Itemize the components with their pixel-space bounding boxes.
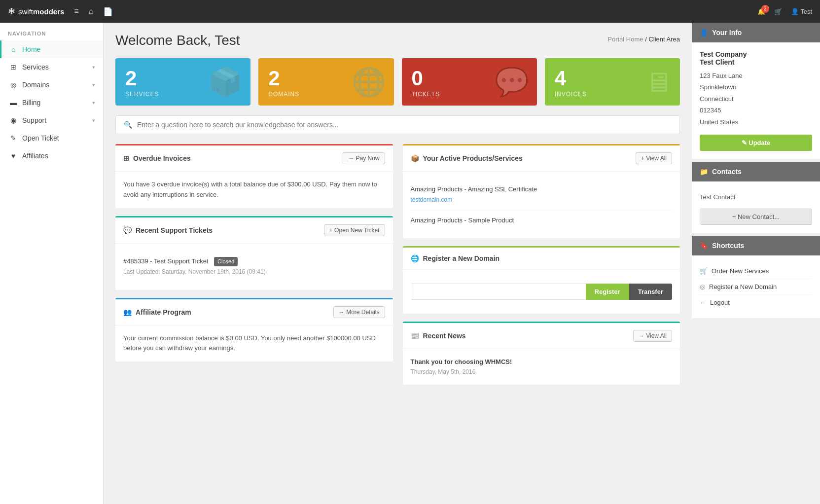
search-icon: 🔍 (124, 121, 132, 129)
address-line5: United States (700, 116, 812, 128)
address-line3: Connecticut (700, 93, 812, 105)
support-title: 💬 Recent Support Tickets (123, 226, 213, 234)
view-all-products-button[interactable]: + View All (636, 152, 672, 164)
cart-icon[interactable]: 🛒 (774, 8, 782, 15)
right-sidebar: 👤 Your Info Test Company Test Client 123… (692, 23, 820, 504)
page-title: Welcome Back, Test (115, 33, 240, 48)
sidebar-label-support: Support (22, 116, 46, 124)
domain-title: 🌐 Register a New Domain (411, 254, 500, 262)
sidebar-item-affiliates[interactable]: ♥ Affiliates (0, 147, 103, 165)
breadcrumb: Portal Home / Client Area (607, 36, 680, 43)
pay-now-button[interactable]: → Pay Now (343, 152, 385, 164)
panel-products-header: 📦 Your Active Products/Services + View A… (403, 145, 680, 172)
service-link-1[interactable]: testdomain.com (411, 196, 453, 203)
contacts-body: Test Contact + New Contact... (692, 181, 820, 233)
brand-name: swiftmodders (18, 7, 64, 16)
globe-icon: 🌐 (411, 254, 419, 262)
sidebar-label-affiliates: Affiliates (22, 152, 48, 160)
support-icon: ◉ (9, 116, 17, 124)
chevron-support-icon: ▾ (92, 117, 95, 124)
two-col-layout: ⊞ Overdue Invoices → Pay Now You have 3 … (115, 144, 680, 385)
address-block: 123 Faux Lane Sprinkletown Connecticut 0… (700, 70, 812, 128)
address-line4: 012345 (700, 105, 812, 116)
shortcuts-body: 🛒 Order New Services ◎ Register a New Do… (692, 255, 820, 318)
services-icon: ⊞ (9, 63, 17, 71)
user-account[interactable]: 👤 Test (791, 8, 812, 15)
affiliate-title: 👥 Affiliate Program (123, 308, 191, 316)
shortcut-order-services[interactable]: 🛒 Order New Services (700, 263, 812, 279)
news-icon: 📰 (411, 332, 419, 340)
sidebar-item-services[interactable]: ⊞ Services ▾ (0, 58, 103, 76)
panel-news-header: 📰 Recent News → View All (403, 323, 680, 349)
shortcut-register-domain[interactable]: ◎ Register a New Domain (700, 279, 812, 295)
ticket-row: #485339 - Test Support Ticket Closed Las… (123, 252, 385, 282)
sidebar-item-support[interactable]: ◉ Support ▾ (0, 111, 103, 129)
topnav-right: 🔔 2 🛒 👤 Test (757, 8, 812, 15)
topnav: ❄ swiftmodders ≡ ⌂ 📄 🔔 2 🛒 👤 Test (0, 0, 820, 23)
stat-card-services[interactable]: 📦 2 SERVICES (115, 58, 250, 106)
panel-support-header: 💬 Recent Support Tickets + Open New Tick… (115, 217, 393, 244)
service-row-1: Amazing Products - Amazing SSL Certifica… (411, 180, 673, 211)
panel-register-domain: 🌐 Register a New Domain Register Transfe… (403, 246, 680, 314)
stat-card-tickets[interactable]: 💬 0 TICKETS (402, 58, 537, 106)
affiliate-icon: 👥 (123, 308, 132, 316)
sidebar-label-home: Home (22, 45, 40, 53)
domain-register-button[interactable]: Register (586, 284, 629, 300)
brand-logo[interactable]: ❄ swiftmodders (8, 6, 64, 17)
sidebar-item-home[interactable]: ⌂ Home (0, 40, 103, 58)
view-all-news-button[interactable]: → View All (633, 330, 672, 342)
your-info-panel: 👤 Your Info Test Company Test Client 123… (692, 23, 820, 159)
chevron-services-icon: ▾ (92, 64, 95, 71)
domain-search-input[interactable] (411, 284, 586, 300)
page-header: Welcome Back, Test Portal Home / Client … (115, 33, 680, 48)
search-input[interactable] (137, 121, 672, 129)
panel-recent-news: 📰 Recent News → View All Thank you for c… (403, 322, 680, 385)
service-name-1: Amazing Products - Amazing SSL Certifica… (411, 184, 673, 195)
sidebar-item-domains[interactable]: ◎ Domains ▾ (0, 76, 103, 94)
contact-name: Test Contact (700, 189, 812, 205)
table-icon: ⊞ (123, 154, 129, 162)
stat-card-invoices[interactable]: 🖥 4 INVOICES (545, 58, 680, 106)
sidebar-item-open-ticket[interactable]: ✎ Open Ticket (0, 129, 103, 147)
col-right: 📦 Your Active Products/Services + View A… (403, 144, 680, 385)
cart-shortcut-icon: 🛒 (700, 267, 708, 275)
comment-icon: 💬 (123, 226, 132, 234)
service-row-2: Amazing Products - Sample Product (411, 211, 673, 231)
address-line2: Sprinkletown (700, 81, 812, 93)
shortcuts-header: 🔖 Shortcuts (692, 236, 820, 255)
affiliate-details-button[interactable]: → More Details (333, 306, 385, 318)
hamburger-icon[interactable]: ≡ (74, 7, 78, 16)
breadcrumb-sep: / (645, 36, 647, 43)
domains-label: DOMAINS (268, 91, 384, 98)
contacts-panel: 📁 Contacts Test Contact + New Contact... (692, 162, 820, 233)
new-contact-button[interactable]: + New Contact... (700, 209, 812, 225)
news-title: 📰 Recent News (411, 332, 466, 340)
panel-affiliate-header: 👥 Affiliate Program → More Details (115, 299, 393, 325)
document-icon[interactable]: 📄 (103, 7, 113, 16)
home-icon: ⌂ (9, 45, 17, 53)
main-content: Welcome Back, Test Portal Home / Client … (104, 23, 692, 504)
services-label: SERVICES (125, 91, 241, 98)
logout-icon: ← (700, 299, 706, 306)
chevron-domains-icon: ▾ (92, 82, 95, 88)
domain-transfer-button[interactable]: Transfer (629, 284, 672, 300)
open-ticket-icon: ✎ (9, 134, 17, 142)
user-icon: 👤 (700, 29, 708, 36)
breadcrumb-portal-home[interactable]: Portal Home (607, 36, 643, 43)
products-icon: 📦 (411, 154, 419, 162)
panel-overdue-invoices: ⊞ Overdue Invoices → Pay Now You have 3 … (115, 144, 393, 208)
open-ticket-button[interactable]: + Open New Ticket (324, 224, 385, 236)
notification-bell[interactable]: 🔔 2 (757, 8, 765, 15)
home-nav-icon[interactable]: ⌂ (89, 7, 94, 16)
update-button[interactable]: ✎ Update (700, 135, 812, 151)
ticket-status-badge: Closed (214, 257, 238, 267)
client-name: Test Client (700, 58, 812, 66)
products-body: Amazing Products - Amazing SSL Certifica… (403, 172, 680, 238)
news-item: Thank you for choosing WHMCS! Thursday, … (411, 357, 673, 377)
ticket-meta: Last Updated: Saturday, November 19th, 2… (123, 267, 385, 277)
panel-overdue-header: ⊞ Overdue Invoices → Pay Now (115, 145, 393, 172)
stat-card-domains[interactable]: 🌐 2 DOMAINS (258, 58, 393, 106)
sidebar-item-billing[interactable]: ▬ Billing ▾ (0, 94, 103, 111)
shortcut-logout[interactable]: ← Logout (700, 295, 812, 310)
contacts-header: 📁 Contacts (692, 162, 820, 181)
